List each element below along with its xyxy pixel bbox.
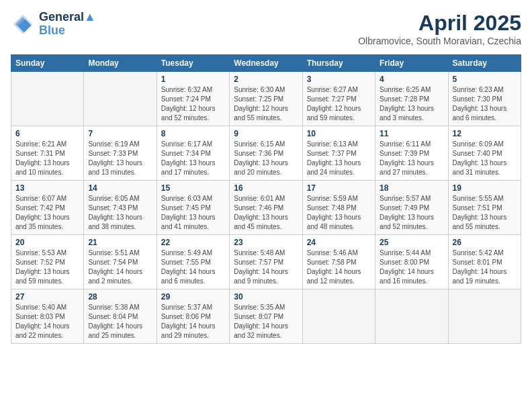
day-detail: Sunrise: 6:03 AM Sunset: 7:45 PM Dayligh… xyxy=(161,194,225,232)
weekday-header: Friday xyxy=(375,55,448,72)
day-number: 8 xyxy=(161,129,225,138)
day-detail: Sunrise: 5:40 AM Sunset: 8:03 PM Dayligh… xyxy=(15,303,79,340)
calendar-cell: 4Sunrise: 6:25 AM Sunset: 7:28 PM Daylig… xyxy=(375,72,448,126)
weekday-header: Thursday xyxy=(302,55,375,72)
calendar-cell: 23Sunrise: 5:48 AM Sunset: 7:57 PM Dayli… xyxy=(230,235,302,289)
day-number: 19 xyxy=(453,183,517,193)
calendar-cell: 27Sunrise: 5:40 AM Sunset: 8:03 PM Dayli… xyxy=(11,289,84,344)
day-detail: Sunrise: 6:15 AM Sunset: 7:36 PM Dayligh… xyxy=(234,140,298,177)
day-detail: Sunrise: 5:46 AM Sunset: 7:58 PM Dayligh… xyxy=(307,248,371,286)
day-detail: Sunrise: 5:53 AM Sunset: 7:52 PM Dayligh… xyxy=(15,248,79,286)
day-detail: Sunrise: 6:09 AM Sunset: 7:40 PM Dayligh… xyxy=(453,140,517,177)
day-number: 20 xyxy=(15,238,79,247)
day-detail: Sunrise: 6:07 AM Sunset: 7:42 PM Dayligh… xyxy=(15,194,79,232)
day-number: 26 xyxy=(453,238,517,247)
day-number: 30 xyxy=(234,292,298,302)
calendar-week-row: 6Sunrise: 6:21 AM Sunset: 7:31 PM Daylig… xyxy=(11,126,521,181)
day-detail: Sunrise: 5:59 AM Sunset: 7:48 PM Dayligh… xyxy=(307,194,371,232)
calendar-cell: 11Sunrise: 6:11 AM Sunset: 7:39 PM Dayli… xyxy=(375,126,448,181)
day-number: 11 xyxy=(380,129,443,138)
day-number: 17 xyxy=(307,183,371,193)
day-detail: Sunrise: 6:25 AM Sunset: 7:28 PM Dayligh… xyxy=(380,85,443,123)
day-number: 6 xyxy=(15,129,79,138)
calendar-cell: 3Sunrise: 6:27 AM Sunset: 7:27 PM Daylig… xyxy=(302,72,375,126)
calendar-cell xyxy=(302,289,375,344)
calendar-cell: 20Sunrise: 5:53 AM Sunset: 7:52 PM Dayli… xyxy=(11,235,84,289)
day-detail: Sunrise: 6:19 AM Sunset: 7:33 PM Dayligh… xyxy=(88,140,152,177)
day-number: 29 xyxy=(161,292,225,302)
calendar-cell: 16Sunrise: 6:01 AM Sunset: 7:46 PM Dayli… xyxy=(230,181,302,235)
calendar-header-row: SundayMondayTuesdayWednesdayThursdayFrid… xyxy=(11,55,521,72)
day-detail: Sunrise: 6:17 AM Sunset: 7:34 PM Dayligh… xyxy=(161,140,225,177)
calendar-cell xyxy=(448,289,521,344)
calendar-cell: 18Sunrise: 5:57 AM Sunset: 7:49 PM Dayli… xyxy=(375,181,448,235)
calendar-cell: 17Sunrise: 5:59 AM Sunset: 7:48 PM Dayli… xyxy=(302,181,375,235)
weekday-header: Wednesday xyxy=(230,55,302,72)
day-number: 13 xyxy=(15,183,79,193)
subtitle: Olbramovice, South Moravian, Czechia xyxy=(358,36,521,46)
calendar-cell: 8Sunrise: 6:17 AM Sunset: 7:34 PM Daylig… xyxy=(157,126,229,181)
logo-text: General▲ Blue xyxy=(39,11,96,38)
day-number: 12 xyxy=(453,129,517,138)
calendar-cell: 14Sunrise: 6:05 AM Sunset: 7:43 PM Dayli… xyxy=(84,181,157,235)
day-detail: Sunrise: 5:57 AM Sunset: 7:49 PM Dayligh… xyxy=(380,194,443,232)
day-detail: Sunrise: 6:23 AM Sunset: 7:30 PM Dayligh… xyxy=(453,85,517,123)
day-number: 21 xyxy=(88,238,152,247)
day-detail: Sunrise: 6:11 AM Sunset: 7:39 PM Dayligh… xyxy=(380,140,443,177)
day-number: 14 xyxy=(88,183,152,193)
day-number: 4 xyxy=(380,75,443,84)
calendar-cell: 9Sunrise: 6:15 AM Sunset: 7:36 PM Daylig… xyxy=(230,126,302,181)
day-detail: Sunrise: 5:51 AM Sunset: 7:54 PM Dayligh… xyxy=(88,248,152,286)
calendar-cell: 21Sunrise: 5:51 AM Sunset: 7:54 PM Dayli… xyxy=(84,235,157,289)
day-number: 10 xyxy=(307,129,371,138)
weekday-header: Saturday xyxy=(448,55,521,72)
day-number: 25 xyxy=(380,238,443,247)
day-detail: Sunrise: 6:27 AM Sunset: 7:27 PM Dayligh… xyxy=(307,85,371,123)
calendar-cell: 26Sunrise: 5:42 AM Sunset: 8:01 PM Dayli… xyxy=(448,235,521,289)
calendar-cell: 28Sunrise: 5:38 AM Sunset: 8:04 PM Dayli… xyxy=(84,289,157,344)
day-number: 23 xyxy=(234,238,298,247)
day-number: 7 xyxy=(88,129,152,138)
calendar-cell: 10Sunrise: 6:13 AM Sunset: 7:37 PM Dayli… xyxy=(302,126,375,181)
calendar-cell: 1Sunrise: 6:32 AM Sunset: 7:24 PM Daylig… xyxy=(157,72,229,126)
day-number: 16 xyxy=(234,183,298,193)
calendar-cell: 7Sunrise: 6:19 AM Sunset: 7:33 PM Daylig… xyxy=(84,126,157,181)
day-number: 9 xyxy=(234,129,298,138)
calendar-cell: 6Sunrise: 6:21 AM Sunset: 7:31 PM Daylig… xyxy=(11,126,84,181)
calendar-cell xyxy=(11,72,84,126)
calendar-cell xyxy=(84,72,157,126)
calendar-week-row: 13Sunrise: 6:07 AM Sunset: 7:42 PM Dayli… xyxy=(11,181,521,235)
day-detail: Sunrise: 6:32 AM Sunset: 7:24 PM Dayligh… xyxy=(161,85,225,123)
main-title: April 2025 xyxy=(358,11,521,36)
day-detail: Sunrise: 5:44 AM Sunset: 8:00 PM Dayligh… xyxy=(380,248,443,286)
calendar-week-row: 20Sunrise: 5:53 AM Sunset: 7:52 PM Dayli… xyxy=(11,235,521,289)
day-number: 5 xyxy=(453,75,517,84)
calendar-cell: 30Sunrise: 5:35 AM Sunset: 8:07 PM Dayli… xyxy=(230,289,302,344)
calendar-cell: 5Sunrise: 6:23 AM Sunset: 7:30 PM Daylig… xyxy=(448,72,521,126)
day-detail: Sunrise: 5:48 AM Sunset: 7:57 PM Dayligh… xyxy=(234,248,298,286)
day-number: 24 xyxy=(307,238,371,247)
calendar-cell: 24Sunrise: 5:46 AM Sunset: 7:58 PM Dayli… xyxy=(302,235,375,289)
logo: General▲ Blue xyxy=(11,11,96,38)
day-number: 18 xyxy=(380,183,443,193)
day-number: 3 xyxy=(307,75,371,84)
calendar-cell: 2Sunrise: 6:30 AM Sunset: 7:25 PM Daylig… xyxy=(230,72,302,126)
day-detail: Sunrise: 6:05 AM Sunset: 7:43 PM Dayligh… xyxy=(88,194,152,232)
day-detail: Sunrise: 6:21 AM Sunset: 7:31 PM Dayligh… xyxy=(15,140,79,177)
weekday-header: Monday xyxy=(84,55,157,72)
title-block: April 2025 Olbramovice, South Moravian, … xyxy=(358,11,521,46)
calendar-cell: 13Sunrise: 6:07 AM Sunset: 7:42 PM Dayli… xyxy=(11,181,84,235)
calendar-week-row: 27Sunrise: 5:40 AM Sunset: 8:03 PM Dayli… xyxy=(11,289,521,344)
day-number: 1 xyxy=(161,75,225,84)
day-detail: Sunrise: 5:35 AM Sunset: 8:07 PM Dayligh… xyxy=(234,303,298,340)
calendar-week-row: 1Sunrise: 6:32 AM Sunset: 7:24 PM Daylig… xyxy=(11,72,521,126)
calendar-table: SundayMondayTuesdayWednesdayThursdayFrid… xyxy=(11,54,521,344)
page-header: General▲ Blue April 2025 Olbramovice, So… xyxy=(11,11,521,46)
day-detail: Sunrise: 5:49 AM Sunset: 7:55 PM Dayligh… xyxy=(161,248,225,286)
calendar-cell: 25Sunrise: 5:44 AM Sunset: 8:00 PM Dayli… xyxy=(375,235,448,289)
day-detail: Sunrise: 5:38 AM Sunset: 8:04 PM Dayligh… xyxy=(88,303,152,340)
day-detail: Sunrise: 6:01 AM Sunset: 7:46 PM Dayligh… xyxy=(234,194,298,232)
calendar-cell: 19Sunrise: 5:55 AM Sunset: 7:51 PM Dayli… xyxy=(448,181,521,235)
day-number: 2 xyxy=(234,75,298,84)
calendar-cell: 29Sunrise: 5:37 AM Sunset: 8:06 PM Dayli… xyxy=(157,289,229,344)
